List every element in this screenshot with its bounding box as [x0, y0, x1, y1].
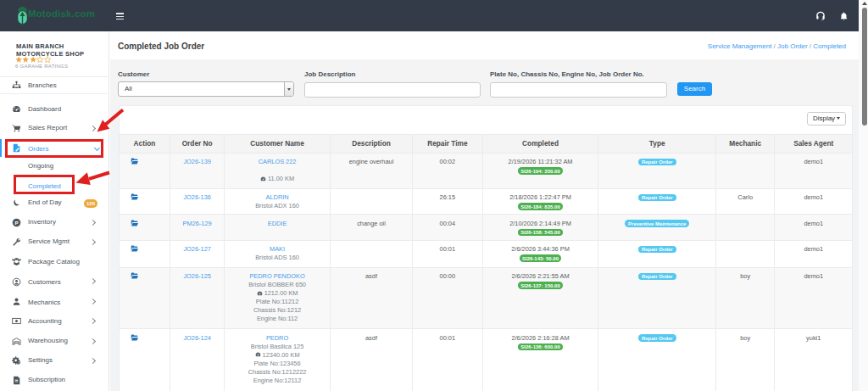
svg-text:P: P [14, 220, 18, 226]
